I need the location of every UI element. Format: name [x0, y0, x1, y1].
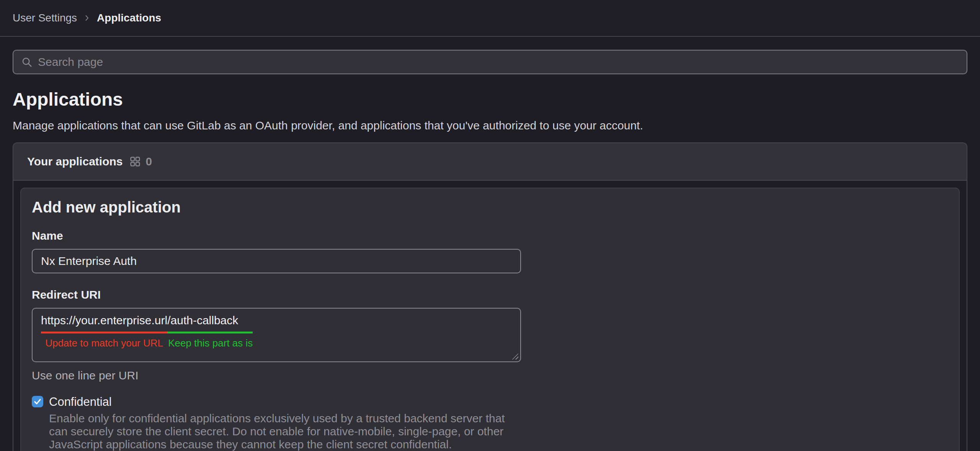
- name-label: Name: [32, 229, 948, 243]
- add-new-application-card: Add new application Name Redirect URI ht…: [20, 188, 960, 451]
- confidential-help-text: Enable only for confidential application…: [49, 412, 948, 451]
- search-input[interactable]: [38, 56, 959, 69]
- confidential-checkbox[interactable]: [32, 396, 43, 407]
- applications-count-badge: 0: [145, 155, 152, 168]
- confidential-label[interactable]: Confidential: [49, 395, 112, 409]
- redirect-uri-annotated-value: https://your.enterprise.url /auth-callba…: [41, 314, 253, 349]
- redirect-uri-label: Redirect URI: [32, 288, 948, 302]
- breadcrumb-user-settings[interactable]: User Settings: [13, 12, 77, 24]
- breadcrumb: User Settings Applications: [13, 12, 161, 24]
- top-bar: User Settings Applications: [0, 0, 980, 37]
- uri-part-to-keep: /auth-callback: [167, 314, 253, 333]
- checkmark-icon: [33, 397, 42, 406]
- confidential-help-line: Enable only for confidential application…: [49, 412, 948, 425]
- your-applications-header: Your applications 0: [13, 143, 967, 181]
- annotation-keep-part: Keep this part as is: [167, 337, 253, 349]
- confidential-help-line: can securely store the client secret. Do…: [49, 425, 948, 438]
- page-content: Applications Manage applications that ca…: [0, 37, 980, 451]
- your-applications-panel: Your applications 0 Add new application …: [13, 142, 967, 451]
- confidential-help-line: JavaScript applications because they can…: [49, 438, 948, 451]
- breadcrumb-applications: Applications: [97, 12, 161, 24]
- chevron-right-icon: [82, 13, 91, 23]
- redirect-uri-textarea[interactable]: https://your.enterprise.url /auth-callba…: [32, 308, 521, 362]
- page-title: Applications: [13, 89, 967, 110]
- redirect-uri-helper: Use one line per URI: [32, 369, 948, 382]
- search-icon: [21, 56, 33, 68]
- your-applications-title: Your applications: [27, 155, 122, 168]
- applications-grid-icon: [129, 156, 141, 167]
- annotation-update-url: Update to match your URL: [41, 337, 167, 349]
- add-new-application-title: Add new application: [32, 198, 948, 216]
- textarea-resize-handle[interactable]: [511, 353, 518, 359]
- search-box[interactable]: [13, 50, 967, 74]
- panel-body: Add new application Name Redirect URI ht…: [13, 181, 967, 451]
- confidential-row: Confidential: [32, 395, 948, 409]
- uri-part-to-update: https://your.enterprise.url: [41, 314, 167, 333]
- page-description: Manage applications that can use GitLab …: [13, 119, 967, 132]
- name-input[interactable]: [32, 249, 521, 273]
